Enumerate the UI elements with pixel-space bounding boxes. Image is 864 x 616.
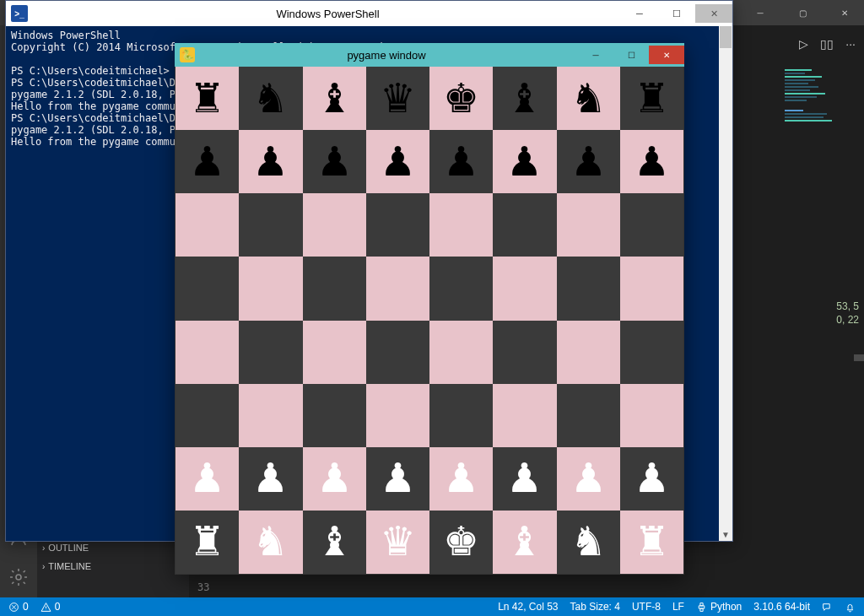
board-square[interactable]: ♟ [239,130,302,193]
board-square[interactable]: ♟ [493,130,556,193]
powershell-scrollbar[interactable]: ▲ ▼ [719,26,732,541]
status-encoding[interactable]: UTF-8 [632,601,661,613]
board-square[interactable]: ♟ [176,130,239,193]
status-ln-col[interactable]: Ln 42, Col 53 [498,601,558,613]
board-square[interactable]: ♞ [239,511,302,574]
board-square[interactable]: ♟ [429,447,493,511]
chess-piece-white-b[interactable]: ♝ [506,521,543,562]
board-square[interactable]: ♜ [176,67,239,130]
status-warnings[interactable]: 0 [40,601,61,613]
chess-piece-black-k[interactable]: ♚ [443,78,479,119]
ps-close-button[interactable]: ✕ [695,4,732,23]
board-square[interactable]: ♟ [303,130,366,193]
board-square[interactable] [620,257,683,320]
board-square[interactable] [429,257,493,320]
chess-piece-white-pawn[interactable]: ♟ [380,458,416,499]
minimap[interactable] [785,68,852,177]
chess-piece-black-r[interactable]: ♜ [189,78,225,119]
status-language[interactable]: Python [696,601,742,613]
powershell-titlebar[interactable]: >_ Windows PowerShell ─ ☐ ✕ [6,1,732,26]
chess-piece-white-pawn[interactable]: ♟ [506,458,543,499]
board-square[interactable]: ♝ [493,67,556,130]
board-square[interactable]: ♞ [557,511,620,574]
board-square[interactable] [176,384,239,447]
status-errors[interactable]: 0 [8,601,29,613]
scroll-down-icon[interactable]: ▼ [719,527,732,541]
board-square[interactable] [493,384,556,447]
board-square[interactable] [303,257,366,320]
board-square[interactable] [557,257,620,320]
board-square[interactable]: ♞ [239,67,302,130]
board-square[interactable]: ♛ [366,511,429,574]
ps-minimize-button[interactable]: ─ [621,4,658,23]
chess-piece-white-r[interactable]: ♜ [189,521,225,562]
board-square[interactable] [239,321,302,384]
chess-piece-black-b[interactable]: ♝ [316,78,353,119]
scrollbar-marker[interactable] [854,354,864,361]
chess-piece-black-q[interactable]: ♛ [380,78,416,119]
board-square[interactable]: ♟ [366,447,429,511]
board-square[interactable] [366,321,429,384]
pygame-titlebar[interactable]: 🐍 pygame window ─ ☐ ✕ [175,43,684,67]
vscode-close-button[interactable]: ✕ [830,3,859,22]
timeline-section[interactable]: ›TIMELINE [37,557,189,575]
board-square[interactable] [239,257,302,320]
run-icon[interactable]: ▷ [799,37,808,51]
board-square[interactable]: ♚ [429,67,493,130]
ps-maximize-button[interactable]: ☐ [658,4,695,23]
chess-piece-white-pawn[interactable]: ♟ [189,458,225,499]
board-square[interactable]: ♝ [493,511,556,574]
chess-piece-black-pawn[interactable]: ♟ [380,142,416,182]
more-icon[interactable]: ··· [845,37,856,51]
board-square[interactable]: ♟ [557,447,620,511]
board-square[interactable] [366,257,429,320]
board-square[interactable] [366,384,429,447]
chess-piece-black-pawn[interactable]: ♟ [634,142,670,182]
board-square[interactable] [239,384,302,447]
pg-minimize-button[interactable]: ─ [578,46,613,64]
board-square[interactable] [493,321,556,384]
board-square[interactable] [493,193,556,257]
board-square[interactable]: ♟ [620,130,683,193]
board-square[interactable]: ♟ [620,447,683,511]
board-square[interactable] [303,193,366,257]
board-square[interactable] [429,193,493,257]
chess-piece-black-pawn[interactable]: ♟ [252,142,289,182]
board-square[interactable] [620,321,683,384]
chess-piece-white-b[interactable]: ♝ [316,521,353,562]
board-square[interactable] [557,321,620,384]
chess-piece-white-n[interactable]: ♞ [570,521,607,562]
chess-piece-black-b[interactable]: ♝ [506,78,543,119]
chess-piece-black-n[interactable]: ♞ [570,78,607,119]
chess-board[interactable]: ♜♞♝♛♚♝♞♜♟♟♟♟♟♟♟♟♟♟♟♟♟♟♟♟♜♞♝♛♚♝♞♜ [176,67,683,574]
chess-piece-black-pawn[interactable]: ♟ [316,142,353,182]
pg-close-button[interactable]: ✕ [649,46,684,64]
board-square[interactable] [303,321,366,384]
status-eol[interactable]: LF [672,601,684,613]
board-square[interactable]: ♟ [303,447,366,511]
board-square[interactable] [429,321,493,384]
board-square[interactable] [303,384,366,447]
chess-piece-black-pawn[interactable]: ♟ [443,142,479,182]
chess-piece-black-n[interactable]: ♞ [252,78,289,119]
board-square[interactable] [557,193,620,257]
board-square[interactable] [429,384,493,447]
board-square[interactable]: ♛ [366,67,429,130]
board-square[interactable]: ♟ [493,447,556,511]
board-square[interactable]: ♟ [239,447,302,511]
split-editor-icon[interactable]: ▯▯ [820,37,834,51]
chess-piece-white-pawn[interactable]: ♟ [316,458,353,499]
board-square[interactable]: ♝ [303,511,366,574]
vscode-min-button[interactable]: ─ [746,3,775,22]
board-square[interactable] [620,193,683,257]
chess-piece-white-pawn[interactable]: ♟ [634,458,670,499]
status-feedback-icon[interactable] [822,602,833,613]
status-interpreter[interactable]: 3.10.6 64-bit [753,601,810,613]
status-tab-size[interactable]: Tab Size: 4 [570,601,620,613]
chess-piece-white-pawn[interactable]: ♟ [252,458,289,499]
board-square[interactable]: ♞ [557,67,620,130]
board-square[interactable] [239,193,302,257]
board-square[interactable] [176,321,239,384]
chess-piece-white-pawn[interactable]: ♟ [570,458,607,499]
board-square[interactable]: ♚ [429,511,493,574]
